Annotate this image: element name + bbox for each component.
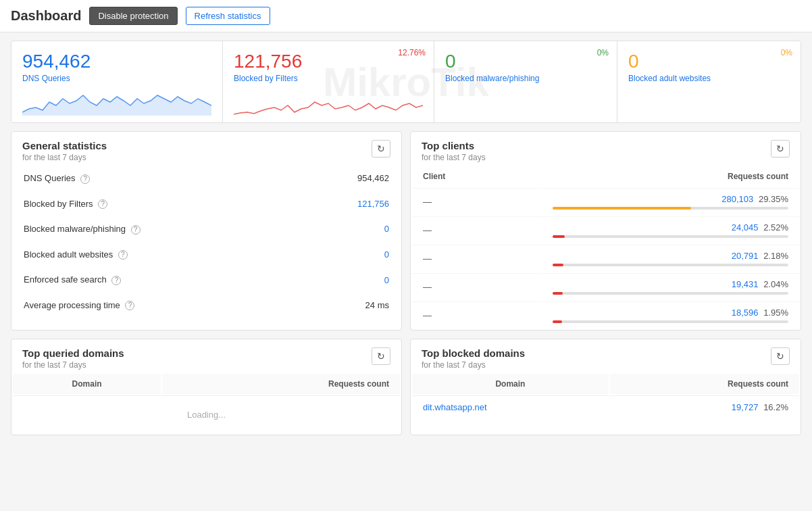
table-row: DNS Queries ? 954,462 (13, 166, 400, 191)
top-queried-table: Domain Requests count Loading... (11, 372, 401, 435)
stat-row-value: 0 (293, 243, 400, 267)
top-blocked-panel: Top blocked domains for the last 7 days … (410, 339, 801, 435)
refresh-statistics-button[interactable]: Refresh statistics (186, 7, 270, 25)
general-stats-refresh-button[interactable]: ↻ (372, 140, 390, 157)
general-stats-title: General statistics (22, 140, 107, 151)
blocked-adult-label: Blocked adult websites (628, 74, 790, 83)
stat-blocked-filters: 12.76% 121,756 Blocked by Filters (223, 41, 434, 122)
general-stats-header: General statistics for the last 7 days ↻ (11, 132, 401, 165)
blocked-filters-number: 121,756 (234, 51, 423, 72)
blocked-filters-percent: 12.76% (398, 48, 426, 57)
queried-col-requests: Requests count (162, 374, 400, 394)
blocked-filters-label: Blocked by Filters (234, 74, 423, 83)
blocked-adult-number: 0 (628, 51, 790, 72)
table-row: — 280,103 29.35% (412, 188, 799, 215)
stat-row-value: 954,462 (293, 166, 400, 191)
middle-row: General statistics for the last 7 days ↻… (11, 131, 801, 331)
dns-queries-label: DNS Queries (22, 74, 211, 83)
top-clients-header: Top clients for the last 7 days ↻ (411, 132, 801, 165)
stat-dns-queries: 954,462 DNS Queries (11, 41, 223, 122)
top-clients-title-block: Top clients for the last 7 days (422, 140, 486, 162)
client-name: — (412, 245, 540, 272)
top-queried-panel: Top queried domains for the last 7 days … (11, 339, 402, 435)
top-queried-title-block: Top queried domains for the last 7 days (22, 347, 124, 370)
clients-col-requests: Requests count (542, 166, 799, 187)
client-stats: 18,596 1.95% (542, 301, 799, 328)
page-header: Dashboard Disable protection Refresh sta… (0, 0, 812, 32)
help-icon[interactable]: ? (125, 301, 134, 310)
blocked-sparkline (234, 89, 423, 116)
blocked-col-requests: Requests count (610, 374, 799, 394)
stat-row-label: Blocked by Filters ? (13, 192, 291, 216)
client-stats: 280,103 29.35% (542, 188, 799, 215)
table-row: Blocked adult websites ? 0 (13, 243, 400, 267)
client-name: — (412, 301, 540, 328)
client-name: — (412, 188, 540, 215)
stat-row-label: Average processing time ? (13, 293, 291, 318)
top-blocked-title: Top blocked domains (422, 347, 525, 359)
top-clients-title: Top clients (422, 140, 486, 151)
clients-col-client: Client (412, 166, 540, 187)
top-blocked-refresh-button[interactable]: ↻ (771, 347, 790, 365)
top-queried-refresh-button[interactable]: ↻ (372, 347, 390, 365)
stat-row-label: DNS Queries ? (13, 166, 291, 191)
blocked-col-domain: Domain (412, 374, 609, 394)
blocked-malware-percent: 0% (597, 48, 609, 57)
stat-row-label: Blocked adult websites ? (13, 243, 291, 267)
stat-row-value: 24 ms (293, 293, 400, 318)
table-row: Loading... (13, 395, 400, 433)
dns-queries-number: 954,462 (22, 51, 211, 72)
help-icon[interactable]: ? (80, 174, 90, 184)
stat-row-value: 0 (293, 268, 400, 292)
stat-blocked-malware: 0% 0 Blocked malware/phishing (434, 41, 617, 122)
blocked-adult-percent: 0% (781, 48, 792, 57)
top-blocked-table: Domain Requests count dit.whatsapp.net 1… (411, 372, 801, 420)
top-stats-row: MikroTik 954,462 DNS Queries 12.76% 121,… (11, 41, 801, 123)
table-row: Blocked malware/phishing ? 0 (13, 217, 400, 241)
top-clients-table: Client Requests count — 280,103 29.35% —… (411, 165, 801, 330)
disable-protection-button[interactable]: Disable protection (89, 7, 177, 25)
help-icon[interactable]: ? (111, 276, 121, 285)
blocked-domain-count: 19,727 16.2% (610, 395, 799, 418)
top-blocked-header: Top blocked domains for the last 7 days … (411, 339, 801, 372)
main-content: MikroTik 954,462 DNS Queries 12.76% 121,… (0, 32, 812, 443)
table-row: — 20,791 2.18% (412, 245, 799, 272)
top-clients-subtitle: for the last 7 days (422, 153, 486, 162)
client-stats: 19,431 2.04% (542, 273, 799, 300)
client-stats: 24,045 2.52% (542, 216, 799, 243)
stat-blocked-adult: 0% 0 Blocked adult websites (617, 41, 801, 122)
stat-row-label: Blocked malware/phishing ? (13, 217, 291, 241)
queried-col-domain: Domain (13, 374, 161, 394)
stat-row-label: Enforced safe search ? (13, 268, 291, 292)
stat-row-value: 0 (293, 217, 400, 241)
table-row: — 19,431 2.04% (412, 273, 799, 300)
page-title: Dashboard (11, 8, 81, 24)
stat-row-value: 121,756 (293, 192, 400, 216)
bottom-row: Top queried domains for the last 7 days … (11, 339, 801, 435)
table-row: — 24,045 2.52% (412, 216, 799, 243)
general-stats-table: DNS Queries ? 954,462 Blocked by Filters… (11, 165, 401, 318)
top-blocked-subtitle: for the last 7 days (422, 360, 525, 370)
top-blocked-title-block: Top blocked domains for the last 7 days (422, 347, 525, 370)
top-queried-subtitle: for the last 7 days (22, 360, 124, 370)
general-stats-title-block: General statistics for the last 7 days (22, 140, 107, 162)
svg-marker-0 (22, 95, 211, 116)
top-queried-title: Top queried domains (22, 347, 124, 359)
top-clients-panel: Top clients for the last 7 days ↻ Client… (410, 131, 801, 331)
client-stats: 20,791 2.18% (542, 245, 799, 272)
general-stats-subtitle: for the last 7 days (22, 153, 107, 162)
general-stats-panel: General statistics for the last 7 days ↻… (11, 131, 402, 331)
top-clients-refresh-button[interactable]: ↻ (771, 140, 790, 157)
client-name: — (412, 273, 540, 300)
blocked-domain-name[interactable]: dit.whatsapp.net (412, 395, 609, 418)
help-icon[interactable]: ? (131, 225, 141, 235)
dns-sparkline (22, 89, 211, 116)
table-row: Average processing time ? 24 ms (13, 293, 400, 318)
client-name: — (412, 216, 540, 243)
blocked-malware-number: 0 (445, 51, 606, 72)
help-icon[interactable]: ? (118, 250, 128, 260)
help-icon[interactable]: ? (98, 199, 107, 209)
table-row: dit.whatsapp.net 19,727 16.2% (412, 395, 799, 418)
table-row: — 18,596 1.95% (412, 301, 799, 328)
table-row: Blocked by Filters ? 121,756 (13, 192, 400, 216)
